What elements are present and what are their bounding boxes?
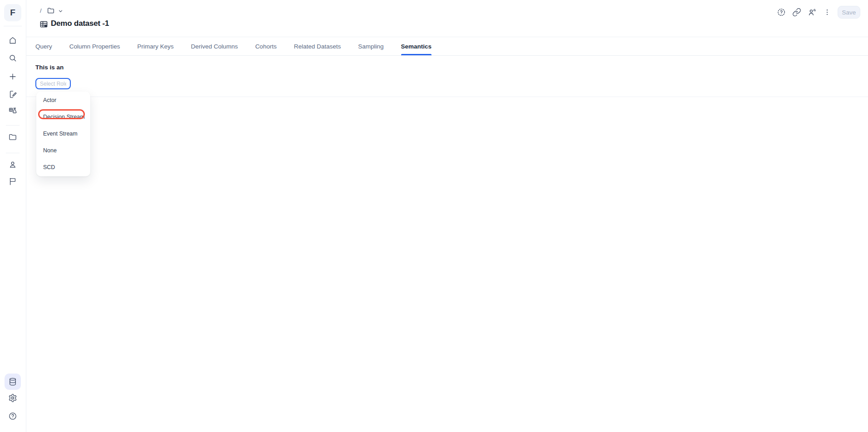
tab-cohorts[interactable]: Cohorts <box>255 37 276 55</box>
page-header: / Demo dataset -1 Save <box>26 0 868 37</box>
table-icon <box>39 20 48 29</box>
save-button[interactable]: Save <box>838 6 860 19</box>
user-icon[interactable] <box>8 160 17 169</box>
tab-sampling[interactable]: Sampling <box>358 37 383 55</box>
breadcrumb: / <box>40 7 42 14</box>
breadcrumb-folder-icon[interactable] <box>47 6 55 15</box>
header-actions: Save <box>777 6 860 19</box>
dropdown-option-scd[interactable]: SCD <box>36 159 90 176</box>
sidebar: F <box>0 0 26 432</box>
experiment-icon[interactable] <box>8 107 17 116</box>
home-icon[interactable] <box>8 36 17 45</box>
help-circle-icon[interactable] <box>8 412 17 421</box>
kebab-menu-icon[interactable] <box>823 8 831 16</box>
divider <box>6 125 20 126</box>
dropdown-option-decision-stream[interactable]: Decision Stream <box>36 109 90 126</box>
chevron-down-icon[interactable] <box>58 8 64 14</box>
tab-query[interactable]: Query <box>35 37 52 55</box>
database-icon <box>8 377 17 386</box>
tab-related-datasets[interactable]: Related Datasets <box>294 37 341 55</box>
page-title: Demo dataset -1 <box>51 19 109 28</box>
user-voice-icon[interactable] <box>808 8 817 17</box>
file-edit-icon[interactable] <box>8 90 17 99</box>
search-icon[interactable] <box>8 53 17 63</box>
main-content: This is an Actor Decision Stream Event S… <box>26 56 868 432</box>
tab-semantics[interactable]: Semantics <box>401 37 432 55</box>
role-select-input[interactable] <box>35 78 71 89</box>
dropdown-option-actor[interactable]: Actor <box>36 92 90 109</box>
flag-icon[interactable] <box>8 177 17 186</box>
settings-gear-icon[interactable] <box>8 393 17 403</box>
dropdown-option-event-stream[interactable]: Event Stream <box>36 126 90 142</box>
tab-bar: Query Column Properties Primary Keys Der… <box>26 37 868 56</box>
help-dashed-circle-icon[interactable] <box>777 8 786 17</box>
tab-primary-keys[interactable]: Primary Keys <box>137 37 174 55</box>
divider <box>4 26 22 26</box>
dropdown-option-none[interactable]: None <box>36 142 90 159</box>
app-logo[interactable]: F <box>4 4 21 21</box>
section-divider <box>26 97 868 97</box>
plus-icon[interactable] <box>8 72 17 81</box>
link-icon[interactable] <box>792 8 801 17</box>
tab-column-properties[interactable]: Column Properties <box>69 37 120 55</box>
divider <box>6 153 20 153</box>
sidebar-item-datasets-active[interactable] <box>5 374 21 390</box>
folder-icon[interactable] <box>8 132 17 141</box>
sentence-label: This is an <box>35 64 64 71</box>
role-dropdown: Actor Decision Stream Event Stream None … <box>36 92 90 176</box>
tab-derived-columns[interactable]: Derived Columns <box>191 37 238 55</box>
